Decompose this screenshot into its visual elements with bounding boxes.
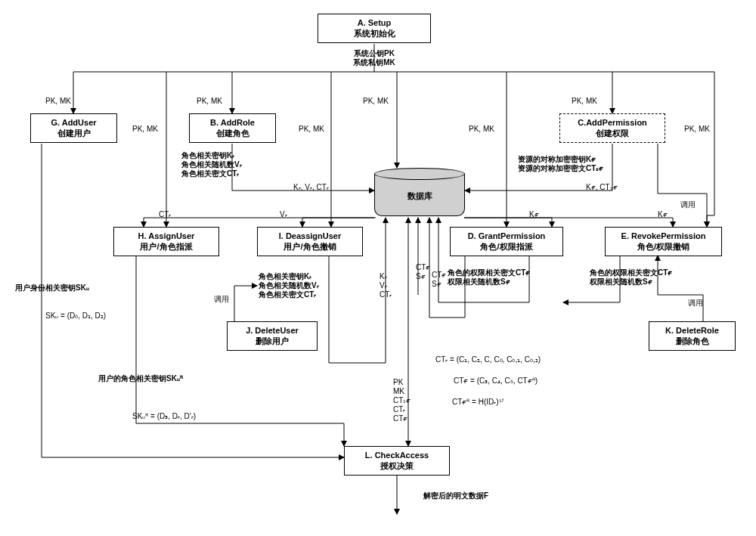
lbl-l-out: 解密后的明文数据F [423, 491, 488, 500]
box-I: I. DeassignUser 用户/角色撤销 [257, 227, 363, 256]
box-D-sub: 角色/权限指派 [455, 241, 558, 252]
box-E-title: E. RevokePermission [610, 231, 717, 241]
box-C-sub: 创建权限 [565, 128, 660, 138]
lbl-pkmk1: PK, MK [45, 97, 71, 106]
lbl-a-out: 系统公钥PK 系统私钥MK [344, 49, 404, 67]
lbl-pkmk6: PK, MK [299, 125, 324, 134]
box-G: G. AddUser 创建用户 [30, 113, 117, 143]
lbl-pkmk3: PK, MK [363, 97, 389, 106]
box-E-sub: 角色/权限撤销 [610, 241, 717, 252]
lbl-i-db: Kᵣ Vᵣ CTᵣ [380, 272, 392, 299]
lbl-pkmk4: PK, MK [572, 97, 597, 106]
lbl-skU: SKᵤ = (D₀, D₁, D₂) [45, 311, 106, 321]
box-D-title: D. GrantPermission [455, 231, 558, 241]
box-J: J. DeleteUser 删除用户 [227, 321, 318, 351]
box-A-sub: 系统初始化 [323, 28, 426, 39]
db-label: 数据库 [374, 191, 465, 202]
box-I-sub: 用户/角色撤销 [262, 241, 358, 252]
box-H-sub: 用户/角色指派 [119, 241, 214, 252]
lbl-k-call: 调用 [688, 299, 703, 308]
box-G-title: G. AddUser [36, 117, 112, 128]
box-E: E. RevokePermission 角色/权限撤销 [605, 227, 722, 256]
lbl-d-db2: CTғ Sғ [432, 271, 446, 289]
lbl-i-out: 角色相关密钥Kᵣ 角色相关随机数Vᵣ 角色相关密文CTᵣ [259, 272, 319, 299]
box-B-sub: 创建角色 [194, 128, 271, 138]
lbl-e-out: 角色的权限相关密文CTғ 权限相关随机数Sғ [590, 268, 672, 287]
lbl-db-i: Vᵣ [280, 210, 287, 219]
box-A-title: A. Setup [323, 17, 426, 28]
lbl-g-out: 用户身份相关密钥SKᵤ [15, 283, 89, 293]
lbl-ctFR: CTғᴿ = H(IDᵣ)ˢᶠ [452, 398, 504, 407]
box-L-sub: 授权决策 [349, 460, 445, 471]
lbl-b-db: Kᵣ, Vᵣ, CTᵣ [293, 183, 329, 192]
box-G-sub: 创建用户 [36, 128, 112, 138]
lbl-c-db: Kғ, CTₛғ [586, 183, 618, 192]
lbl-pkmk7: PK, MK [469, 125, 494, 134]
box-H-title: H. AssignUser [119, 231, 214, 241]
lbl-e-call: 调用 [680, 200, 696, 209]
lbl-h-out: 用户的角色相关密钥SKᵤᴿ [98, 374, 183, 383]
lbl-skR: SKᵤᴿ = (D₃, Dᵣ, D'ᵣ) [132, 412, 196, 421]
lbl-i-call: 调用 [214, 295, 229, 304]
box-H: H. AssignUser 用户/角色指派 [113, 227, 219, 256]
database: 数据库 [374, 174, 465, 216]
lbl-d-out: 角色的权限相关密文CTғ 权限相关随机数Sғ [448, 268, 530, 287]
box-J-title: J. DeleteUser [232, 325, 312, 336]
lbl-pkmk8: PK, MK [684, 125, 710, 134]
lbl-db-h: CTᵣ [159, 210, 171, 219]
box-A: A. Setup 系统初始化 [318, 14, 431, 43]
lbl-ctR: CTᵣ = (C₁, C₂, C, C₀, C₀,₁, C₀,₂) [435, 355, 541, 364]
box-K-title: K. DeleteRole [654, 325, 730, 336]
box-K-sub: 删除角色 [654, 336, 730, 346]
lbl-ctF: CTғ = (C₃, C₄, C₅, CTғᴿ) [454, 376, 538, 386]
box-B-title: B. AddRole [194, 117, 271, 128]
box-J-sub: 删除用户 [232, 336, 312, 346]
lbl-db-l: PK MK CTₛғ CTᵣ CTғ [393, 378, 411, 423]
lbl-pkmk2: PK, MK [197, 97, 222, 106]
lbl-pkmk5: PK, MK [132, 125, 158, 134]
box-K: K. DeleteRole 删除角色 [649, 321, 736, 351]
box-C: C.AddPermission 创建权限 [559, 113, 665, 143]
lbl-db-e: Kғ [658, 210, 668, 219]
lbl-db-d: Kғ [529, 210, 539, 219]
lbl-d-db: CTғ Sғ [416, 263, 430, 281]
box-B: B. AddRole 创建角色 [189, 113, 276, 143]
box-L: L. CheckAccess 授权决策 [344, 446, 450, 476]
box-I-title: I. DeassignUser [262, 231, 358, 241]
lbl-b-out: 角色相关密钥Kᵣ 角色相关随机数Vᵣ 角色相关密文CTᵣ [181, 151, 242, 178]
box-D: D. GrantPermission 角色/权限指派 [450, 227, 563, 256]
box-L-title: L. CheckAccess [349, 450, 445, 460]
lbl-c-out: 资源的对称加密密钥Kғ 资源的对称加密密文CTₛғ [518, 155, 603, 173]
box-C-title: C.AddPermission [565, 117, 660, 128]
